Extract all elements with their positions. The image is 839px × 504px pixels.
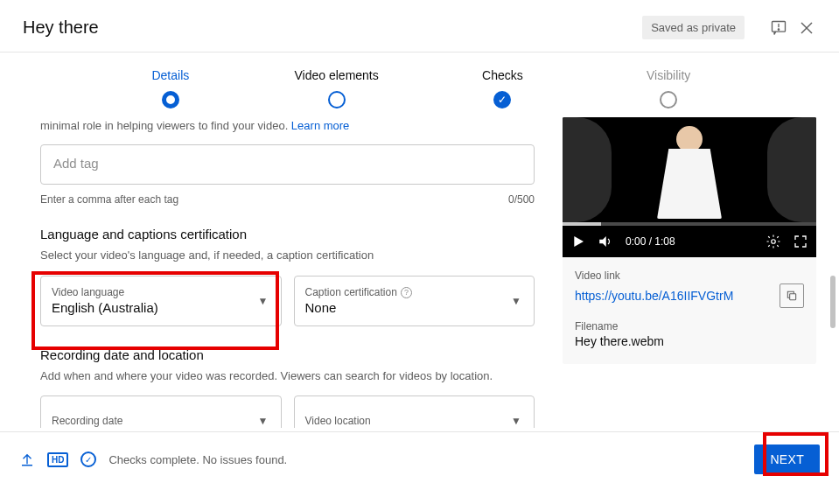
section-recording-title: Recording date and location: [40, 347, 535, 362]
video-link-label: Video link: [575, 270, 804, 282]
step-label: Checks: [482, 68, 523, 82]
checks-status: Checks complete. No issues found.: [108, 453, 287, 466]
step-checks[interactable]: Checks ✓: [420, 68, 586, 108]
check-circle-icon: ✓: [80, 452, 96, 467]
video-filler: [563, 117, 612, 222]
recording-date-select[interactable]: Recording date ▼: [40, 396, 282, 428]
page-title: Hey there: [23, 18, 642, 38]
play-icon[interactable]: [571, 234, 585, 248]
svg-point-7: [772, 240, 776, 244]
tags-counter: 0/500: [508, 193, 535, 206]
copy-icon[interactable]: [780, 284, 804, 308]
tags-description: minimal role in helping viewers to find …: [40, 117, 535, 136]
step-marker-active: [162, 91, 179, 108]
hd-badge: HD: [47, 452, 68, 467]
fullscreen-icon[interactable]: [794, 234, 808, 248]
section-recording-hint: Add when and where your video was record…: [40, 368, 535, 386]
step-visibility[interactable]: Visibility: [585, 68, 752, 108]
chevron-down-icon: ▼: [258, 415, 269, 427]
filename-value: Hey there.webm: [575, 334, 804, 348]
caption-certification-select[interactable]: Caption certification? None ▼: [294, 276, 535, 326]
svg-rect-8: [790, 294, 796, 300]
chevron-down-icon: ▼: [511, 415, 521, 427]
step-video-elements[interactable]: Video elements: [254, 68, 420, 108]
video-location-select[interactable]: Video location ▼: [294, 396, 535, 428]
video-link[interactable]: https://youtu.be/A16IIFVGtrM: [575, 289, 733, 303]
step-marker: [328, 91, 346, 108]
svg-marker-6: [599, 236, 606, 247]
playback-time: 0:00 / 1:08: [626, 235, 675, 248]
video-thumbnail-person: [657, 126, 722, 219]
feedback-icon[interactable]: [769, 18, 788, 38]
volume-icon[interactable]: [598, 234, 613, 249]
tags-hint: Enter a comma after each tag: [40, 193, 178, 206]
upload-icon[interactable]: [19, 452, 35, 467]
step-label: Details: [151, 68, 189, 82]
close-icon[interactable]: [797, 18, 816, 38]
step-label: Visibility: [647, 68, 690, 82]
learn-more-link[interactable]: Learn more: [291, 119, 349, 132]
step-label: Video elements: [295, 68, 379, 82]
settings-icon[interactable]: [766, 234, 781, 249]
svg-point-2: [778, 29, 779, 30]
help-icon[interactable]: ?: [401, 287, 412, 298]
video-player[interactable]: 0:00 / 1:08: [563, 117, 816, 257]
field-value: English (Australia): [52, 300, 270, 315]
next-button[interactable]: NEXT: [754, 444, 820, 474]
tags-input[interactable]: Add tag: [40, 144, 535, 185]
scrollbar[interactable]: [830, 276, 836, 328]
video-filler: [767, 117, 816, 222]
step-details[interactable]: Details: [87, 68, 254, 108]
filename-label: Filename: [575, 320, 804, 332]
field-label: Video location: [305, 415, 524, 427]
section-language-hint: Select your video's language and, if nee…: [40, 247, 535, 265]
svg-marker-5: [574, 236, 584, 247]
field-label: Recording date: [52, 415, 270, 427]
step-marker-disabled: [660, 91, 677, 108]
chevron-down-icon: ▼: [511, 295, 521, 307]
stepper: Details Video elements Checks ✓ Visibili…: [0, 52, 839, 117]
step-marker-done: ✓: [493, 91, 511, 108]
field-value: None: [305, 300, 524, 315]
video-language-select[interactable]: Video language English (Australia) ▼: [40, 276, 282, 326]
field-label: Video language: [52, 286, 270, 298]
chevron-down-icon: ▼: [258, 295, 269, 307]
field-label: Caption certification?: [305, 286, 524, 298]
section-language-title: Language and captions certification: [40, 227, 535, 242]
save-status-badge: Saved as private: [642, 16, 745, 39]
